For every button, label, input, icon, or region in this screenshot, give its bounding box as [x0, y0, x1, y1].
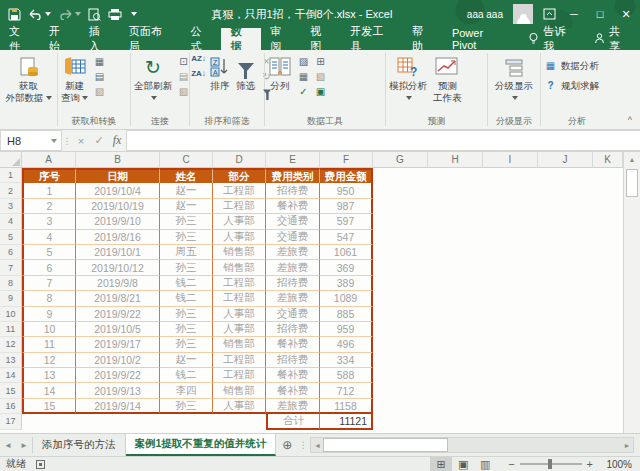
header-cell[interactable]: 日期: [76, 168, 160, 183]
cell[interactable]: 钱二: [160, 276, 213, 291]
cell[interactable]: 餐补费: [266, 368, 320, 383]
collapse-ribbon-icon[interactable]: ^: [628, 115, 632, 125]
cell[interactable]: 2019/9/22: [76, 307, 160, 322]
cell[interactable]: 6: [22, 260, 76, 275]
cell[interactable]: 14: [22, 383, 76, 398]
zoom-out-button[interactable]: −: [508, 458, 514, 470]
cell[interactable]: [213, 414, 266, 429]
quick-print-icon[interactable]: [108, 8, 122, 21]
get-external-data-button[interactable]: 获取外部数据: [3, 53, 55, 105]
manage-data-model-icon[interactable]: ▣: [313, 85, 328, 99]
row-header[interactable]: 12: [0, 337, 22, 352]
cell[interactable]: 597: [320, 214, 373, 229]
relationships-icon[interactable]: ▧: [313, 70, 328, 84]
vertical-scroll-thumb[interactable]: [626, 169, 638, 197]
cell[interactable]: 孙三: [160, 260, 213, 275]
cell[interactable]: 孙三: [160, 399, 213, 414]
column-header-H[interactable]: H: [428, 152, 483, 168]
cell[interactable]: 2019/10/5: [76, 322, 160, 337]
row-header[interactable]: 13: [0, 353, 22, 368]
new-query-button[interactable]: 新建查询: [58, 53, 91, 105]
cell[interactable]: [22, 414, 76, 429]
cell[interactable]: 人事部: [213, 307, 266, 322]
customize-qat-button[interactable]: [129, 12, 137, 16]
zoom-slider[interactable]: [520, 463, 582, 465]
sheet-nav-left-icon[interactable]: ◄: [0, 434, 16, 456]
cell[interactable]: 11: [22, 337, 76, 352]
maximize-button[interactable]: □: [592, 8, 608, 20]
row-header[interactable]: 6: [0, 245, 22, 260]
cell[interactable]: 2019/9/13: [76, 383, 160, 398]
row-header[interactable]: 8: [0, 276, 22, 291]
ribbon-display-options-icon[interactable]: [543, 8, 556, 20]
cell[interactable]: 赵一: [160, 183, 213, 198]
column-header-D[interactable]: D: [213, 152, 266, 168]
cell[interactable]: 工程部: [213, 276, 266, 291]
recent-sources-icon[interactable]: ▤: [92, 70, 107, 84]
cell[interactable]: 孙三: [160, 337, 213, 352]
data-validation-icon[interactable]: ✓: [296, 85, 311, 99]
cell[interactable]: 2: [22, 199, 76, 214]
normal-view-button[interactable]: ⊞: [430, 457, 452, 471]
what-if-analysis-button[interactable]: ? 模拟分析: [386, 53, 430, 105]
cell[interactable]: 工程部: [213, 291, 266, 306]
cell[interactable]: 销售部: [213, 337, 266, 352]
horizontal-scroll-thumb[interactable]: [323, 438, 448, 452]
cell[interactable]: 人事部: [213, 214, 266, 229]
page-break-view-button[interactable]: ▥: [474, 457, 496, 471]
cell[interactable]: 钱二: [160, 291, 213, 306]
header-cell[interactable]: 姓名: [160, 168, 213, 183]
zoom-slider-thumb[interactable]: [548, 459, 552, 469]
cell[interactable]: 2019/10/1: [76, 245, 160, 260]
cell[interactable]: 712: [320, 383, 373, 398]
outline-button[interactable]: 分级显示: [492, 53, 536, 105]
header-cell[interactable]: 费用类别: [266, 168, 320, 183]
cell[interactable]: 959: [320, 322, 373, 337]
cell[interactable]: 334: [320, 353, 373, 368]
cell[interactable]: 赵一: [160, 353, 213, 368]
tab-help[interactable]: 帮助: [403, 28, 443, 50]
cell[interactable]: 2019/10/12: [76, 260, 160, 275]
cell[interactable]: 李四: [160, 383, 213, 398]
sheet-nav-right-icon[interactable]: ►: [16, 434, 32, 456]
cell[interactable]: 369: [320, 260, 373, 275]
cell[interactable]: 1158: [320, 399, 373, 414]
cell[interactable]: 销售部: [213, 260, 266, 275]
tab-data[interactable]: 数据: [221, 28, 261, 50]
cell[interactable]: 2019/9/22: [76, 368, 160, 383]
cell[interactable]: 招待费: [266, 276, 320, 291]
row-header[interactable]: 9: [0, 291, 22, 306]
cancel-icon[interactable]: ×: [72, 130, 90, 151]
cell[interactable]: 13: [22, 368, 76, 383]
tab-share[interactable]: 共享: [585, 28, 640, 50]
cell[interactable]: 工程部: [213, 199, 266, 214]
zoom-in-button[interactable]: +: [587, 458, 593, 470]
header-cell[interactable]: 费用金额: [320, 168, 373, 183]
row-header[interactable]: 11: [0, 322, 22, 337]
cell[interactable]: 孙三: [160, 214, 213, 229]
tab-power-pivot[interactable]: Power Pivot: [443, 28, 519, 50]
save-icon[interactable]: [8, 8, 21, 21]
tab-insert[interactable]: 插入: [80, 28, 120, 50]
column-header-G[interactable]: G: [373, 152, 428, 168]
cell[interactable]: 1061: [320, 245, 373, 260]
cell[interactable]: 差旅费: [266, 260, 320, 275]
sort-ascending-icon[interactable]: AZ↓: [191, 55, 206, 69]
cell[interactable]: 交通费: [266, 214, 320, 229]
consolidate-icon[interactable]: ⊞: [313, 55, 328, 69]
page-layout-view-button[interactable]: ▣: [452, 457, 474, 471]
cell[interactable]: 2019/8/21: [76, 291, 160, 306]
sheet-tab-sheet-add-serial[interactable]: 添加序号的方法: [33, 434, 126, 456]
sort-button[interactable]: ZA 排序: [207, 53, 233, 93]
tab-formulas[interactable]: 公式: [182, 28, 222, 50]
column-header-K[interactable]: K: [593, 152, 623, 168]
vertical-scrollbar[interactable]: ▲: [623, 152, 640, 433]
cell[interactable]: 交通费: [266, 230, 320, 245]
row-header[interactable]: 10: [0, 307, 22, 322]
column-header-B[interactable]: B: [76, 152, 160, 168]
flash-fill-icon[interactable]: ▨: [296, 55, 311, 69]
column-header-C[interactable]: C: [160, 152, 213, 168]
cell[interactable]: 交通费: [266, 307, 320, 322]
existing-connections-icon[interactable]: ▧: [92, 85, 107, 99]
cell[interactable]: 950: [320, 183, 373, 198]
